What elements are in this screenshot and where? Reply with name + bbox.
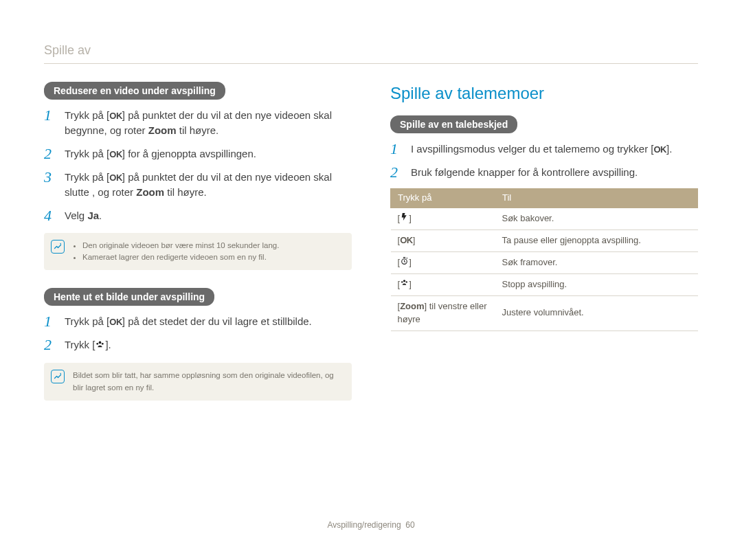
step-item: 4 Velg Ja.	[44, 208, 352, 223]
zoom-label: Zoom	[148, 124, 177, 136]
note-box: Den originale videoen bør være minst 10 …	[44, 233, 352, 271]
step-text: Trykk på [OK] på punktet der du vil at d…	[65, 170, 352, 200]
page-section-header: Spille av	[44, 41, 698, 64]
controls-table: Trykk på Til [] Søk bakover. [OK] Ta pau…	[390, 188, 698, 331]
page-footer: Avspilling/redigering 60	[0, 519, 742, 531]
pill-extract-image: Hente ut et bilde under avspilling	[44, 288, 214, 306]
table-row: [Zoom] til venstre eller høyre Justere v…	[391, 295, 698, 331]
step-number: 2	[44, 337, 56, 352]
step-item: 2 Trykk [].	[44, 337, 352, 353]
flash-icon	[400, 212, 409, 225]
step-number: 1	[44, 314, 56, 329]
ok-icon: OK	[109, 172, 122, 185]
ok-icon: OK	[109, 110, 122, 123]
pill-play-voicemsg: Spille av en talebeskjed	[390, 115, 517, 133]
note-item: Den originale videoen bør være minst 10 …	[82, 240, 344, 251]
txt: Velg	[65, 210, 87, 221]
right-column: Spille av talememoer Spille av en talebe…	[390, 82, 698, 418]
txt: I avspillingsmodus velger du et talememo…	[411, 143, 654, 155]
step-number: 2	[44, 146, 56, 161]
ok-icon: OK	[400, 234, 413, 247]
note-box: Bildet som blir tatt, har samme oppløsni…	[44, 363, 352, 401]
note-text: Bildet som blir tatt, har samme oppløsni…	[73, 371, 334, 391]
left-column: Redusere en video under avspilling 1 Try…	[44, 82, 352, 418]
step-text: Trykk på [OK] for å gjenoppta avspilling…	[65, 146, 352, 161]
macro-icon	[95, 339, 105, 354]
press-cell: []	[391, 273, 495, 295]
step-item: 3 Trykk på [OK] på punktet der du vil at…	[44, 170, 352, 200]
steps-extract-image: 1 Trykk på [OK] på det stedet der du vil…	[44, 314, 352, 353]
svg-point-6	[406, 281, 407, 282]
content-columns: Redusere en video under avspilling 1 Try…	[44, 82, 698, 418]
step-number: 3	[44, 170, 56, 185]
to-cell: Justere volumnivået.	[495, 295, 697, 331]
table-row: [] Stopp avspilling.	[391, 273, 698, 295]
press-cell: [Zoom] til venstre eller høyre	[391, 295, 495, 331]
svg-point-2	[102, 342, 104, 344]
steps-play-voicemsg: 1 I avspillingsmodus velger du et taleme…	[390, 142, 698, 180]
step-item: 1 Trykk på [OK] på det stedet der du vil…	[44, 314, 352, 329]
txt: til høyre.	[177, 124, 219, 136]
step-text: I avspillingsmodus velger du et talememo…	[411, 142, 698, 157]
step-text: Trykk på [OK] på det stedet der du vil l…	[65, 314, 352, 329]
step-number: 1	[44, 108, 56, 123]
step-text: Trykk [].	[65, 337, 352, 353]
txt: ] på det stedet der du vil lagre et stil…	[122, 315, 312, 327]
to-cell: Søk bakover.	[495, 208, 697, 230]
zoom-label: Zoom	[400, 301, 424, 311]
footer-section: Avspilling/redigering	[327, 520, 401, 530]
note-item: Kameraet lagrer den redigerte videoen so…	[82, 251, 344, 263]
footer-page: 60	[405, 520, 414, 530]
step-text: Velg Ja.	[65, 208, 352, 223]
txt: Trykk [	[65, 339, 95, 350]
note-icon	[51, 240, 65, 254]
section-title: Spille av talememoer	[390, 82, 698, 106]
step-number: 2	[390, 165, 403, 180]
svg-point-5	[401, 281, 403, 282]
txt: til høyre.	[164, 186, 207, 198]
to-cell: Søk framover.	[495, 251, 697, 273]
step-number: 1	[390, 142, 403, 157]
step-item: 2 Trykk på [OK] for å gjenoppta avspilli…	[44, 146, 352, 161]
table-row: [OK] Ta pause eller gjenoppta avspilling…	[391, 230, 698, 252]
press-cell: []	[391, 251, 495, 273]
ok-icon: OK	[109, 148, 122, 161]
txt: Trykk på [	[65, 315, 109, 327]
zoom-label: Zoom	[136, 186, 164, 198]
to-cell: Ta pause eller gjenoppta avspilling.	[495, 230, 697, 252]
steps-reduce-video: 1 Trykk på [OK] på punktet der du vil at…	[44, 108, 352, 223]
txt: Trykk på [	[65, 109, 109, 121]
svg-point-0	[99, 341, 102, 344]
svg-point-4	[403, 280, 405, 282]
pill-reduce-video: Redusere en video under avspilling	[44, 82, 225, 100]
press-cell: [OK]	[391, 230, 495, 252]
txt: ] for å gjenoppta avspillingen.	[122, 148, 256, 159]
th-press: Trykk på	[391, 189, 495, 208]
press-cell: []	[391, 208, 495, 230]
step-text: Bruk følgende knapper for å kontrollere …	[411, 165, 698, 180]
th-to: Til	[495, 189, 697, 208]
txt: Trykk på [	[65, 171, 109, 183]
timer-icon	[400, 256, 409, 269]
ja-label: Ja	[87, 210, 99, 221]
txt: Trykk på [	[65, 148, 109, 159]
macro-icon	[400, 278, 409, 291]
step-number: 4	[44, 208, 56, 223]
table-row: [] Søk framover.	[391, 251, 698, 273]
txt: .	[99, 210, 102, 221]
step-text: Trykk på [OK] på punktet der du vil at d…	[65, 108, 352, 138]
txt: ].	[105, 339, 111, 350]
ok-icon: OK	[654, 144, 667, 157]
step-item: 1 I avspillingsmodus velger du et taleme…	[390, 142, 698, 157]
txt: ].	[666, 143, 672, 155]
note-icon	[51, 370, 65, 383]
svg-point-1	[97, 342, 99, 344]
ok-icon: OK	[109, 316, 122, 329]
to-cell: Stopp avspilling.	[495, 273, 697, 295]
step-item: 1 Trykk på [OK] på punktet der du vil at…	[44, 108, 352, 138]
table-row: [] Søk bakover.	[391, 208, 698, 230]
step-item: 2 Bruk følgende knapper for å kontroller…	[390, 165, 698, 180]
